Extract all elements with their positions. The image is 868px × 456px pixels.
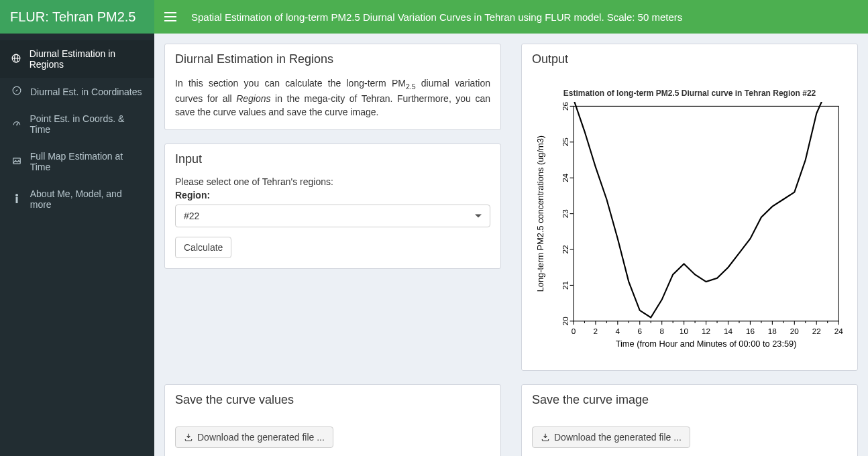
svg-text:22: 22 [812,327,821,335]
svg-text:23: 23 [561,209,569,219]
download-icon [541,433,550,442]
gauge-icon [10,119,23,130]
calculate-button[interactable]: Calculate [175,237,231,258]
info-icon [10,194,23,205]
svg-text:21: 21 [561,281,569,290]
svg-text:6: 6 [637,327,642,335]
sidebar-item-label: Full Map Estimation at Time [30,151,144,172]
svg-marker-4 [15,89,18,92]
region-select[interactable]: #22 [175,205,490,227]
input-prompt: Please select one of Tehran's regions: [175,176,490,187]
sidebar-item-regions[interactable]: Diurnal Estimation in Regions [0,40,154,78]
download-image-button[interactable]: Download the generated file ... [532,426,690,448]
panel-title: Output [532,52,847,66]
region-selected-value: #22 [184,211,199,221]
svg-rect-9 [15,197,17,203]
sidebar-item-label: Diurnal Est. in Coordinates [30,87,142,97]
svg-text:2: 2 [594,327,598,335]
button-label: Download the generated file ... [554,432,682,443]
svg-text:20: 20 [790,327,800,335]
svg-text:14: 14 [724,327,733,335]
intro-text: In this section you can calculate the lo… [175,76,490,119]
menu-toggle-icon[interactable] [164,12,176,21]
chevron-down-icon [475,214,482,217]
svg-text:12: 12 [702,327,710,335]
svg-point-8 [15,194,18,196]
chart-title: Estimation of long-term PM2.5 Diurnal cu… [532,89,847,98]
svg-text:25: 25 [561,137,569,147]
page-subtitle: Spatial Estimation of long-term PM2.5 Di… [191,11,682,23]
navbar: Spatial Estimation of long-term PM2.5 Di… [154,0,868,34]
svg-rect-10 [574,106,838,321]
panel-output: Output Estimation of long-term PM2.5 Diu… [521,44,858,371]
svg-text:26: 26 [561,102,569,111]
compass-icon [10,86,23,97]
sidebar-item-label: About Me, Model, and more [30,188,144,210]
sidebar-item-label: Diurnal Estimation in Regions [30,48,144,70]
globe-icon [10,54,23,65]
svg-text:8: 8 [659,327,664,335]
panel-title: Save the curve image [532,393,847,407]
sidebar: Diurnal Estimation in Regions Diurnal Es… [0,34,154,456]
panel-title: Diurnal Estimation in Regions [175,52,490,66]
panel-title: Input [175,152,490,166]
app-logo: FLUR: Tehran PM2.5 [0,0,154,34]
svg-text:10: 10 [680,327,689,335]
svg-text:20: 20 [561,317,569,326]
svg-point-6 [16,124,17,125]
sidebar-item-about[interactable]: About Me, Model, and more [0,180,154,218]
sidebar-item-label: Point Est. in Coords. & Time [30,113,144,135]
sidebar-item-coordinates[interactable]: Diurnal Est. in Coordinates [0,78,154,105]
panel-save-image: Save the curve image Download the genera… [521,384,858,456]
svg-text:18: 18 [768,327,777,335]
svg-text:24: 24 [561,173,569,182]
svg-text:24: 24 [834,327,844,335]
svg-text:Time (from Hour and Minutes of: Time (from Hour and Minutes of 00:00 to … [616,339,797,349]
svg-text:16: 16 [746,327,755,335]
chart: 02468101214161820222420212223242526Time … [532,102,847,360]
sidebar-item-point[interactable]: Point Est. in Coords. & Time [0,105,154,143]
image-icon [10,156,23,168]
download-icon [184,433,193,442]
svg-text:0: 0 [572,327,576,335]
sidebar-item-fullmap[interactable]: Full Map Estimation at Time [0,143,154,180]
panel-intro: Diurnal Estimation in Regions In this se… [164,44,501,130]
button-label: Download the generated file ... [197,432,325,443]
svg-text:Long-term PM2.5 concentrations: Long-term PM2.5 concentrations (ug/m3) [535,135,545,292]
svg-text:4: 4 [616,327,620,335]
panel-input: Input Please select one of Tehran's regi… [164,144,501,269]
region-label: Region: [175,190,490,201]
panel-save-values: Save the curve values Download the gener… [164,384,501,456]
panel-title: Save the curve values [175,393,490,407]
download-values-button[interactable]: Download the generated file ... [175,426,333,448]
svg-text:22: 22 [561,245,569,254]
